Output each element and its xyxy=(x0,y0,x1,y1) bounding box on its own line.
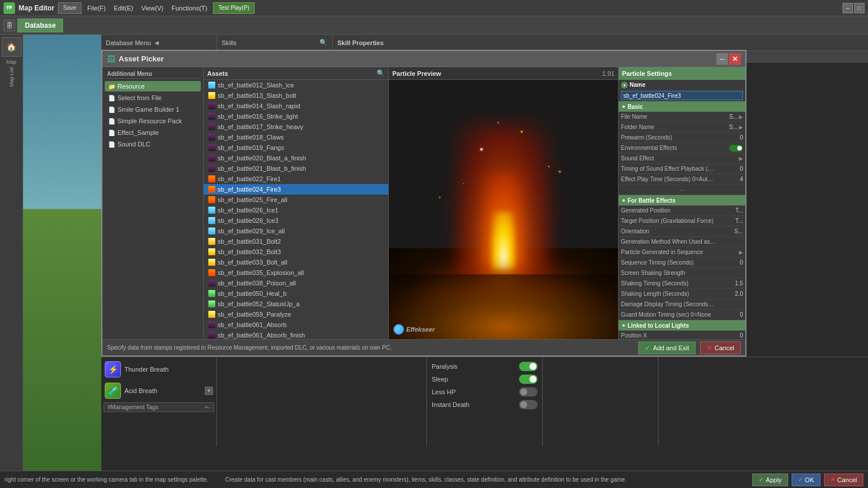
effect-icon: 📄 xyxy=(108,130,115,136)
preview-header: Particle Preview 1.91 xyxy=(389,67,618,80)
add-and-exit-button[interactable]: ✓ Add and Exit xyxy=(638,342,695,354)
view-menu-button[interactable]: View(V) xyxy=(139,2,165,14)
app-title: Map Editor xyxy=(19,4,54,12)
asset-item-038[interactable]: sb_ef_battle038_Poison_all xyxy=(204,278,388,288)
asset-item-020[interactable]: sb_ef_battle020_Blast_a_finish xyxy=(204,153,388,163)
asset-picker-footer: Specify data from stamps registered in R… xyxy=(102,339,745,355)
sequence-arrow[interactable]: ▶ xyxy=(739,249,743,255)
menu-item-sound-dlc[interactable]: 📄 Sound DLC xyxy=(105,139,201,149)
management-tags-label: #Management Tags xyxy=(108,404,159,410)
sidebar-icon-tileset[interactable]: Map List xyxy=(2,67,21,87)
sound-effect-arrow[interactable]: ▶ xyxy=(739,156,743,162)
paralysis-toggle[interactable] xyxy=(519,362,538,371)
right-panel-2 xyxy=(659,357,868,446)
env-toggle[interactable] xyxy=(729,145,743,152)
skill-props-label: Skill Properties xyxy=(337,39,384,46)
thunder-breath-item[interactable]: ⚡ Thunder Breath xyxy=(102,359,215,379)
search-icon: 🔍 xyxy=(319,39,328,46)
name-input[interactable] xyxy=(621,91,743,100)
folder-name-arrow[interactable]: ▶ xyxy=(739,124,743,130)
asset-item-022[interactable]: sb_ef_battle022_Fire1 xyxy=(204,174,388,184)
menu-item-select-from-file[interactable]: 📄 Select from File xyxy=(105,93,201,103)
sound-timing-row: Timing of Sound Effect Playback (… 0 xyxy=(619,164,745,174)
asset-item-050[interactable]: sb_ef_battle050_Heal_b xyxy=(204,288,388,299)
battle-effects-section-header[interactable]: ● For Battle Effects xyxy=(619,195,745,206)
ok-button[interactable]: ✓ OK xyxy=(792,474,821,486)
preview-title: Particle Preview xyxy=(392,70,441,77)
minimize-app-button[interactable]: ─ xyxy=(843,3,853,13)
effect-play-time-row: Effect Play Time (Seconds) 0=Aut… 4 xyxy=(619,174,745,185)
save-button[interactable]: Save xyxy=(58,2,82,14)
asset-item-024-selected[interactable]: sb_ef_battle024_Fire3 xyxy=(204,184,388,195)
asset-item-019[interactable]: sb_ef_battle019_Fangs xyxy=(204,142,388,153)
acid-dropdown-button[interactable]: ▼ xyxy=(205,387,213,395)
sound-icon: 📄 xyxy=(108,141,115,148)
particle-settings-panel: Particle Settings ● Name ● Basic xyxy=(618,67,745,339)
asset-picker-close-button[interactable]: ✕ xyxy=(729,53,741,65)
asset-item-026[interactable]: sb_ef_battle026_Ice1 xyxy=(204,205,388,215)
footer-text: Specify data from stamps registered in R… xyxy=(107,344,634,351)
skills-label: Skills xyxy=(222,39,237,46)
file-menu-button[interactable]: File(F) xyxy=(85,2,108,14)
skills-middle-panel xyxy=(217,357,427,446)
name-section-icon: ● xyxy=(621,82,628,89)
sidebar-icon-home[interactable]: 🏠 xyxy=(2,37,21,57)
particle-sequence-row: Particle Generated in Sequence ▶ xyxy=(619,247,745,258)
apply-button[interactable]: ✓ Apply xyxy=(752,474,788,486)
assets-search-icon[interactable]: 🔍 xyxy=(377,69,385,77)
acid-breath-item[interactable]: 🧪 Acid Breath ▼ xyxy=(102,381,215,401)
folder-name-row: Folder Name S... ▶ xyxy=(619,122,745,133)
local-lights-section-header[interactable]: ● Linked to Local Lights xyxy=(619,320,745,331)
sidebar-icon-map[interactable]: Map xyxy=(2,58,21,66)
preview-canvas: Effekseer xyxy=(389,80,618,339)
asset-item-052[interactable]: sb_ef_battle052_StatusUp_a xyxy=(204,299,388,309)
asset-item-018[interactable]: sb_ef_battle018_Claws xyxy=(204,132,388,142)
maximize-app-button[interactable]: □ xyxy=(854,3,865,13)
sleep-toggle[interactable] xyxy=(519,375,538,384)
asset-item-021[interactable]: sb_ef_battle021_Blast_b_finish xyxy=(204,163,388,174)
menu-item-resource[interactable]: 📁 Resource xyxy=(105,81,201,91)
less-hp-toggle[interactable] xyxy=(519,387,538,397)
management-tags-plus[interactable]: +- xyxy=(205,404,210,410)
asset-item-033[interactable]: sb_ef_battle033_Bolt_all xyxy=(204,257,388,267)
right-panel-1 xyxy=(543,357,659,446)
menu-item-simple-resource[interactable]: 📄 Simple Resource Pack xyxy=(105,116,201,126)
asset-item-016[interactable]: sb_ef_battle016_Strike_light xyxy=(204,111,388,122)
asset-item-014[interactable]: sb_ef_battle014_Slash_rapid xyxy=(204,101,388,111)
asset-picker-cancel-button[interactable]: ✕ Cancel xyxy=(700,342,741,354)
basic-section-header[interactable]: ● Basic xyxy=(619,101,745,112)
main-cancel-button[interactable]: ✕ Cancel xyxy=(824,474,863,486)
thunder-breath-label: Thunder Breath xyxy=(124,366,168,373)
state-effects-panel: Paralysis Sleep Less HP Instant Death xyxy=(427,357,543,446)
database-tab[interactable]: Database xyxy=(17,19,63,32)
asset-item-059[interactable]: sb_ef_battle059_Paralyze xyxy=(204,309,388,320)
pos-x-row: Position X 0 xyxy=(619,331,745,339)
asset-item-035[interactable]: sb_ef_battle035_Explosion_all xyxy=(204,267,388,278)
file-name-arrow[interactable]: ▶ xyxy=(739,114,743,120)
bottom-left-status: right corner of the screen or the workin… xyxy=(5,476,222,483)
asset-item-031[interactable]: sb_ef_battle031_Bolt2 xyxy=(204,236,388,247)
asset-item-012[interactable]: sb_ef_battle012_Slash_ice xyxy=(204,80,388,90)
resource-icon: 📁 xyxy=(108,83,115,90)
battle-section-icon: ● xyxy=(622,197,625,203)
asset-item-032[interactable]: sb_ef_battle032_Bolt3 xyxy=(204,247,388,257)
menu-item-smile-game-builder[interactable]: 📄 Smile Game Builder 1 xyxy=(105,104,201,115)
asset-item-025[interactable]: sb_ef_battle025_Fire_all xyxy=(204,195,388,205)
shaking-timing-row: Shaking Timing (Seconds) 1.5 xyxy=(619,278,745,289)
menu-item-effect-sample[interactable]: 📄 Effect_Sample xyxy=(105,127,201,138)
asset-picker-minimize-button[interactable]: ─ xyxy=(716,53,728,65)
smile-icon: 📄 xyxy=(108,107,115,113)
functions-menu-button[interactable]: Functions(T) xyxy=(170,2,210,14)
edit-menu-button[interactable]: Edit(E) xyxy=(112,2,136,14)
asset-item-061[interactable]: sb_ef_battle061_Absorb xyxy=(204,320,388,330)
asset-item-029[interactable]: sb_ef_battle029_Ice_all xyxy=(204,226,388,236)
effekseer-logo: Effekseer xyxy=(393,324,435,335)
name-row: ● Name xyxy=(619,80,745,90)
asset-item-028[interactable]: sb_ef_battle028_Ice3 xyxy=(204,215,388,226)
management-tags-bar[interactable]: #Management Tags +- xyxy=(104,402,214,412)
instant-death-toggle[interactable] xyxy=(519,400,538,409)
test-play-button[interactable]: Test Play(P) xyxy=(213,2,255,14)
asset-item-061b[interactable]: sb_ef_battle061_Absorb_finish xyxy=(204,330,388,339)
asset-item-013[interactable]: sb_ef_battle013_Slash_bolt xyxy=(204,90,388,101)
asset-item-017[interactable]: sb_ef_battle017_Strike_heavy xyxy=(204,122,388,132)
